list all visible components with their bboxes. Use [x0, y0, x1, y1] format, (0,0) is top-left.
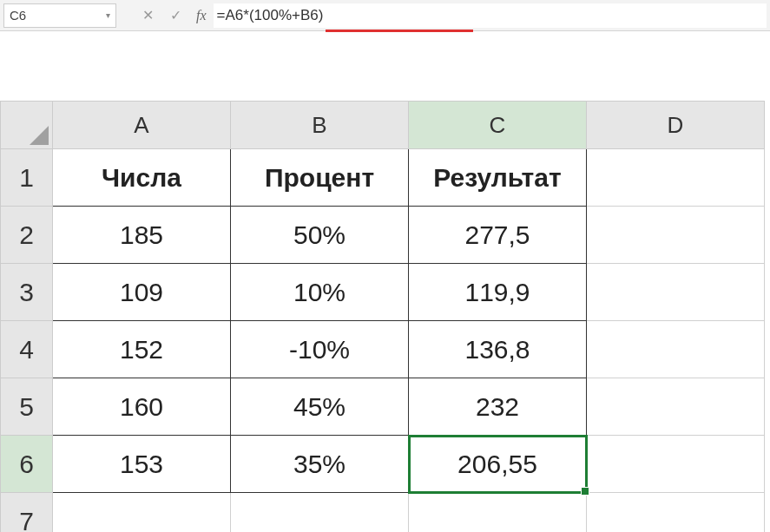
cell-A6[interactable]: 153 — [53, 436, 231, 493]
cell-D2[interactable] — [587, 207, 765, 264]
cell-C4[interactable]: 136,8 — [409, 321, 587, 378]
cell-B4[interactable]: -10% — [231, 321, 409, 378]
cell-C3[interactable]: 119,9 — [409, 264, 587, 321]
cell-C5[interactable]: 232 — [409, 378, 587, 436]
row-header-4[interactable]: 4 — [1, 321, 53, 378]
cell-A1[interactable]: Числа — [53, 149, 231, 207]
cell-D7[interactable] — [587, 493, 765, 533]
enter-icon: ✓ — [170, 7, 181, 23]
cell-A4[interactable]: 152 — [53, 321, 231, 378]
cell-A2[interactable]: 185 — [53, 207, 231, 264]
cell-B1[interactable]: Процент — [231, 149, 409, 207]
cell-A7[interactable] — [53, 493, 231, 533]
cell-A3[interactable]: 109 — [53, 264, 231, 321]
cell-D4[interactable] — [587, 321, 765, 378]
enter-button[interactable]: ✓ — [163, 3, 188, 28]
name-box-dropdown-icon[interactable]: ▾ — [106, 10, 110, 20]
cell-B5[interactable]: 45% — [231, 378, 409, 436]
ribbon-spacer — [0, 31, 770, 101]
fx-icon[interactable]: fx — [196, 8, 207, 23]
cell-C6[interactable]: 206,55 — [409, 436, 587, 493]
cell-D5[interactable] — [587, 378, 765, 436]
cell-D6[interactable] — [587, 436, 765, 493]
row-header-5[interactable]: 5 — [1, 378, 53, 436]
formula-bar: C6 ▾ ✕ ✓ fx — [0, 0, 770, 31]
cell-D1[interactable] — [587, 149, 765, 207]
row-header-1[interactable]: 1 — [1, 149, 53, 207]
cell-B2[interactable]: 50% — [231, 207, 409, 264]
cancel-icon: ✕ — [142, 7, 154, 23]
cell-B3[interactable]: 10% — [231, 264, 409, 321]
cancel-button[interactable]: ✕ — [135, 3, 160, 28]
col-header-A[interactable]: A — [53, 102, 231, 149]
row-header-6[interactable]: 6 — [1, 436, 53, 493]
row-header-2[interactable]: 2 — [1, 207, 53, 264]
col-header-D[interactable]: D — [587, 102, 765, 149]
select-all-corner[interactable] — [1, 102, 53, 149]
cell-D3[interactable] — [587, 264, 765, 321]
name-box-value: C6 — [10, 8, 26, 23]
cell-B7[interactable] — [231, 493, 409, 533]
cell-C2[interactable]: 277,5 — [409, 207, 587, 264]
annotation-underline — [326, 30, 473, 32]
cell-B6[interactable]: 35% — [231, 436, 409, 493]
row-header-3[interactable]: 3 — [1, 264, 53, 321]
cell-A5[interactable]: 160 — [53, 378, 231, 436]
col-header-B[interactable]: B — [231, 102, 409, 149]
cell-C7[interactable] — [409, 493, 587, 533]
spreadsheet-grid[interactable]: A B C D 1 Числа Процент Результат 2 185 … — [0, 101, 770, 532]
formula-input[interactable] — [214, 3, 767, 28]
cell-C1[interactable]: Результат — [409, 149, 587, 207]
name-box[interactable]: C6 ▾ — [3, 3, 116, 28]
col-header-C[interactable]: C — [409, 102, 587, 149]
row-header-7[interactable]: 7 — [1, 493, 53, 533]
